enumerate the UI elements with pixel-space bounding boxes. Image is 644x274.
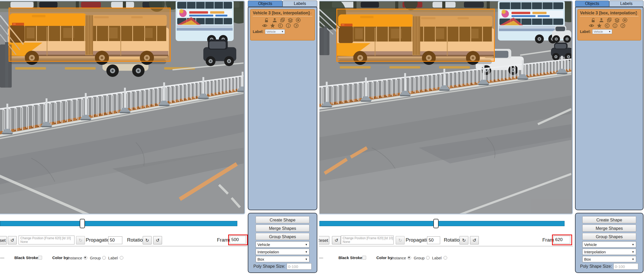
tab-labels[interactable]: Labels (609, 1, 643, 7)
next-keyframe-icon[interactable] (620, 23, 625, 28)
group-shapes-button[interactable]: Group Shapes (256, 233, 309, 240)
color-by-label-radio[interactable] (444, 256, 447, 260)
vehicle-bounding-box[interactable] (336, 9, 495, 62)
color-by-label-label: Label (108, 256, 118, 260)
object-label-select[interactable]: Vehicle ▼ (592, 29, 612, 34)
rotate-counterclockwise-button[interactable]: ↺ (153, 236, 162, 244)
rotate-clockwise-button[interactable]: ↻ (459, 236, 468, 244)
copy-icon[interactable] (280, 18, 285, 23)
history-box: Change Position [Frame 620] [Id 10] None (19, 236, 74, 244)
prev-keyframe-icon[interactable] (278, 23, 283, 28)
history-line2: None (343, 240, 392, 244)
object-label-select[interactable]: Vehicle ▼ (265, 29, 285, 34)
poly-shape-size-input[interactable] (613, 263, 638, 270)
rotate-counterclockwise-button[interactable]: ↺ (470, 236, 479, 244)
merge-shapes-button[interactable]: Merge Shapes (256, 225, 309, 232)
undo-icon: ↺ (10, 238, 14, 243)
object-card-title: Vehicle 3 [box, interpolation] (253, 11, 312, 15)
tab-labels[interactable]: Labels (283, 1, 317, 7)
poly-shape-size-input[interactable] (287, 263, 312, 270)
occluded-person-icon[interactable] (272, 18, 277, 23)
color-by-group-radio[interactable] (426, 256, 430, 260)
sidebar-tabs: Objects Labels (248, 1, 317, 7)
frame-slider-handle[interactable] (433, 219, 439, 228)
group-shapes-button[interactable]: Group Shapes (582, 233, 636, 240)
close-icon[interactable]: × (635, 10, 639, 16)
shape-type-select[interactable]: Box▼ (582, 256, 636, 262)
chevron-down-icon: ▼ (305, 250, 308, 253)
reset-button[interactable]: Reset (319, 236, 329, 244)
chevron-down-icon: ▼ (632, 250, 634, 253)
eye-icon[interactable] (589, 23, 594, 28)
prev-keyframe-icon[interactable] (605, 23, 610, 28)
chevron-down-icon: ▼ (632, 258, 634, 261)
annotation-view-right: Objects Labels Vehicle 3 [box, interpola… (319, 0, 644, 274)
unlock-icon[interactable] (591, 18, 596, 23)
color-by-instance-radio[interactable] (407, 256, 411, 260)
redo-button[interactable]: ↻ (76, 236, 85, 244)
stroke-width-slider-remnant[interactable] (319, 257, 323, 259)
object-card[interactable]: Vehicle 3 [box, interpolation] × (577, 9, 641, 41)
next-keyframe-icon[interactable] (294, 23, 299, 28)
star-icon[interactable] (597, 23, 602, 28)
vehicle-bounding-box[interactable] (9, 8, 171, 62)
poly-shape-size-label: Poly Shape Size: (580, 264, 612, 269)
frame-slider-handle[interactable] (80, 219, 85, 228)
object-card[interactable]: Vehicle 3 [box, interpolation] × (250, 9, 315, 41)
shape-controls-panel: Create Shape Merge Shapes Group Shapes V… (248, 213, 317, 273)
history-line2: None (20, 240, 73, 244)
black-stroke-label: Black Stroke: (338, 255, 364, 260)
color-by-label-radio[interactable] (120, 256, 123, 260)
reset-button[interactable]: Reset (0, 236, 7, 244)
stroke-width-slider-remnant[interactable] (0, 257, 4, 259)
frame-label: Frame (217, 237, 231, 243)
star-icon[interactable] (270, 23, 275, 28)
z-order-layers-icon[interactable] (288, 18, 293, 23)
eye-icon[interactable] (262, 23, 267, 28)
video-canvas[interactable] (319, 1, 573, 214)
redo-button[interactable]: ↻ (396, 236, 405, 244)
color-by-label: Color by: (52, 255, 70, 260)
close-icon[interactable]: × (309, 10, 312, 16)
keyframe-icon[interactable] (296, 18, 301, 23)
mode-select[interactable]: Interpolation▼ (256, 249, 309, 255)
black-stroke-checkbox[interactable] (362, 256, 366, 260)
create-shape-button[interactable]: Create Shape (582, 216, 636, 223)
card-divider (580, 16, 639, 16)
label-type-select[interactable]: Vehicle▼ (582, 241, 636, 248)
rotate-clockwise-button[interactable]: ↻ (143, 236, 152, 244)
color-by-group-radio[interactable] (102, 256, 106, 260)
propagation-input[interactable] (108, 236, 122, 244)
card-divider (253, 16, 312, 16)
object-card-title: Vehicle 3 [box, interpolation] (580, 11, 639, 15)
chevron-down-icon: ▼ (305, 243, 308, 246)
video-canvas[interactable] (0, 1, 245, 214)
undo-button[interactable]: ↺ (332, 236, 341, 244)
tab-objects[interactable]: Objects (575, 1, 609, 7)
frame-slider-track[interactable] (319, 221, 565, 226)
color-by-instance-radio[interactable] (84, 256, 87, 260)
frame-slider-track[interactable] (0, 221, 237, 226)
propagation-input[interactable] (427, 236, 440, 244)
create-shape-button[interactable]: Create Shape (256, 216, 309, 223)
unlock-icon[interactable] (264, 18, 269, 23)
keyframe-icon[interactable] (622, 18, 628, 23)
frame-input[interactable] (554, 236, 570, 244)
shape-type-select[interactable]: Box▼ (256, 256, 309, 262)
mode-select[interactable]: Interpolation▼ (582, 249, 636, 255)
black-stroke-checkbox[interactable] (38, 256, 42, 260)
history-line1: Change Position [Frame 620] [Id 10] (20, 236, 73, 240)
info-icon[interactable] (286, 23, 291, 28)
merge-shapes-button[interactable]: Merge Shapes (582, 225, 636, 232)
annotation-view-left: Objects Labels Vehicle 3 [box, interpola… (0, 0, 318, 274)
color-by-label: Color by: (376, 255, 394, 260)
chevron-down-icon: ▼ (632, 243, 634, 246)
undo-button[interactable]: ↺ (8, 236, 17, 244)
info-icon[interactable] (612, 23, 618, 28)
tab-objects[interactable]: Objects (248, 1, 283, 7)
frame-input[interactable] (230, 236, 246, 244)
occluded-person-icon[interactable] (599, 18, 604, 23)
label-type-select[interactable]: Vehicle▼ (256, 241, 309, 248)
z-order-layers-icon[interactable] (614, 18, 620, 23)
copy-icon[interactable] (607, 18, 612, 23)
